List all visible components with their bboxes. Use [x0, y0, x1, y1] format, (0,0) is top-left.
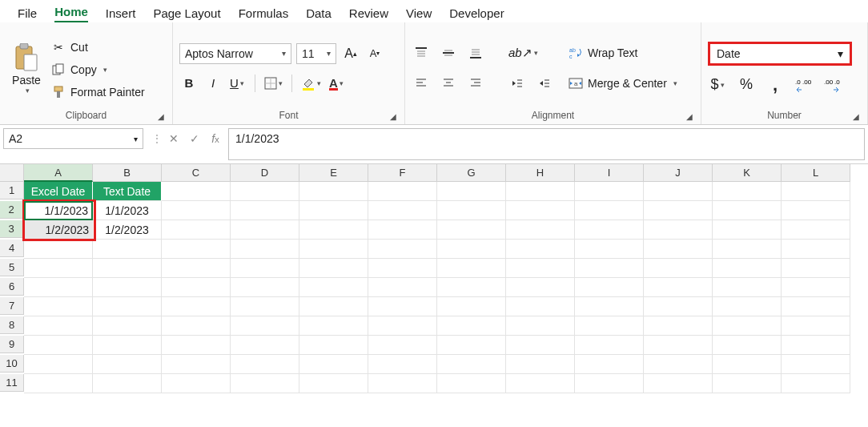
cell[interactable] — [575, 220, 644, 240]
cell[interactable] — [644, 182, 713, 201]
cell[interactable] — [231, 182, 299, 201]
cell[interactable] — [644, 220, 713, 240]
row-header[interactable]: 7 — [0, 297, 24, 315]
cell[interactable] — [713, 336, 782, 355]
cell[interactable] — [231, 316, 299, 336]
decrease-indent-button[interactable] — [508, 74, 527, 93]
cell[interactable] — [93, 374, 162, 393]
cell[interactable] — [93, 297, 162, 316]
cell[interactable] — [437, 355, 506, 374]
row-header[interactable]: 4 — [0, 240, 24, 257]
cell[interactable] — [368, 336, 437, 355]
cell[interactable] — [506, 201, 575, 220]
comma-format-button[interactable]: , — [766, 75, 785, 95]
cell[interactable] — [782, 201, 850, 220]
cell[interactable] — [713, 240, 782, 259]
column-header[interactable]: I — [575, 164, 644, 182]
italic-button[interactable]: I — [203, 74, 223, 93]
cell[interactable] — [231, 297, 299, 316]
cell[interactable] — [231, 201, 299, 220]
spreadsheet-grid[interactable]: ABCDEFGHIJKL1Excel DateText Date21/1/202… — [0, 164, 868, 393]
borders-button[interactable]: ▾ — [263, 74, 283, 93]
cell[interactable] — [782, 240, 850, 259]
cell[interactable] — [299, 240, 368, 259]
cell[interactable] — [162, 278, 231, 297]
copy-button[interactable]: Copy ▾ — [51, 60, 145, 79]
cell[interactable] — [437, 336, 506, 355]
enter-formula-button[interactable]: ✓ — [185, 129, 204, 148]
cell[interactable] — [162, 355, 231, 374]
cell[interactable] — [162, 316, 231, 336]
cell[interactable] — [437, 297, 506, 316]
cell[interactable]: Excel Date — [24, 182, 93, 201]
formula-input[interactable]: 1/1/2023 — [228, 128, 865, 160]
cell[interactable] — [93, 355, 162, 374]
cell[interactable] — [368, 355, 437, 374]
cell[interactable] — [506, 336, 575, 355]
cell[interactable] — [713, 220, 782, 240]
merge-center-button[interactable]: a Merge & Center ▾ — [569, 73, 677, 94]
cell[interactable] — [713, 278, 782, 297]
cell[interactable] — [299, 355, 368, 374]
cell[interactable] — [644, 259, 713, 278]
align-top-button[interactable] — [412, 43, 431, 62]
cell[interactable] — [299, 220, 368, 240]
align-center-button[interactable] — [439, 74, 458, 93]
tab-insert[interactable]: Insert — [106, 6, 136, 22]
cell[interactable] — [437, 220, 506, 240]
accounting-format-button[interactable]: $▾ — [708, 75, 727, 95]
cell[interactable] — [299, 259, 368, 278]
cell[interactable] — [162, 259, 231, 278]
cell[interactable] — [644, 297, 713, 316]
cell[interactable] — [162, 220, 231, 240]
cell[interactable] — [782, 278, 850, 297]
cell[interactable] — [713, 374, 782, 393]
cell[interactable] — [575, 355, 644, 374]
column-header[interactable]: B — [93, 164, 162, 182]
cell[interactable] — [782, 316, 850, 336]
cell[interactable] — [368, 182, 437, 201]
cell[interactable] — [506, 182, 575, 201]
increase-decimal-button[interactable]: .0.00 — [794, 75, 814, 95]
cell[interactable] — [713, 201, 782, 220]
cell[interactable] — [24, 355, 93, 374]
cell[interactable] — [644, 355, 713, 374]
cell[interactable] — [782, 374, 850, 393]
tab-view[interactable]: View — [406, 6, 432, 22]
cell[interactable] — [162, 182, 231, 201]
cell[interactable] — [644, 336, 713, 355]
cell[interactable] — [24, 259, 93, 278]
cell[interactable] — [437, 278, 506, 297]
cell[interactable] — [575, 374, 644, 393]
cell[interactable] — [437, 240, 506, 259]
column-header[interactable]: F — [368, 164, 437, 182]
row-header[interactable]: 10 — [0, 355, 24, 373]
cell[interactable] — [713, 259, 782, 278]
cell[interactable] — [368, 278, 437, 297]
clipboard-launcher[interactable]: ◢ — [158, 110, 164, 124]
cell[interactable]: 1/2/2023 — [93, 220, 162, 240]
cell[interactable] — [24, 374, 93, 393]
cell[interactable] — [368, 220, 437, 240]
cell[interactable] — [368, 240, 437, 259]
column-header[interactable]: C — [162, 164, 231, 182]
orientation-button[interactable]: ab↗▾ — [508, 43, 539, 62]
cell[interactable] — [713, 355, 782, 374]
cell[interactable] — [93, 336, 162, 355]
cell[interactable]: Text Date — [93, 182, 162, 201]
tab-home[interactable]: Home — [54, 5, 88, 22]
cell[interactable] — [368, 374, 437, 393]
cell[interactable] — [162, 297, 231, 316]
cell[interactable] — [713, 182, 782, 201]
cell[interactable] — [782, 297, 850, 316]
row-header[interactable]: 5 — [0, 259, 24, 276]
cell[interactable] — [644, 316, 713, 336]
cell[interactable] — [782, 336, 850, 355]
cell[interactable] — [506, 240, 575, 259]
alignment-launcher[interactable]: ◢ — [686, 110, 693, 124]
cell[interactable] — [162, 336, 231, 355]
cell[interactable] — [24, 278, 93, 297]
column-header[interactable]: K — [713, 164, 782, 182]
cell[interactable] — [575, 278, 644, 297]
cell[interactable] — [575, 182, 644, 201]
